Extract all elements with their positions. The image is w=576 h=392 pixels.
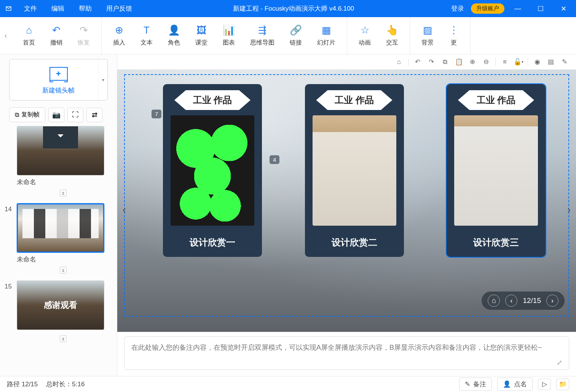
- slide-thumbnail[interactable]: [17, 126, 104, 175]
- snapshot-icon: ◉: [535, 58, 540, 66]
- tool-interact[interactable]: 👆交互: [378, 24, 406, 47]
- tool-label: 思维导图: [250, 39, 274, 47]
- tool-label: 首页: [23, 39, 35, 47]
- home-view-button[interactable]: ⌂: [393, 57, 405, 67]
- design-card-1[interactable]: 工业 作品 设计欣赏一: [163, 84, 262, 257]
- zoom-out-button[interactable]: ⊖: [480, 57, 492, 67]
- canvas-area: ⌂ ↶ ↷ ⧉ 📋 ⊕ ⊖ ≡ 🔓▾ ◉ ▤ ✎ 7 4 工业 作品 设计欣赏一…: [117, 54, 576, 376]
- hourglass-icon[interactable]: ⧗: [60, 190, 67, 196]
- tool-chart[interactable]: 📊图表: [215, 24, 243, 47]
- lock-button[interactable]: 🔓▾: [512, 57, 525, 67]
- new-frame-button[interactable]: + 新建镜头帧 ▾: [9, 59, 108, 100]
- tool-bg[interactable]: ▨背景: [414, 24, 441, 47]
- notes-icon: ✎: [465, 380, 470, 388]
- menu-feedback[interactable]: 用户反馈: [99, 4, 139, 13]
- tool-more[interactable]: ⋮更: [441, 24, 466, 47]
- slides-list[interactable]: 未命名 ⧗ 14 未命名 ⧗ 15 感谢观看 ⧗: [0, 126, 117, 376]
- align-button[interactable]: ≡: [499, 57, 511, 67]
- layers-icon: ▤: [548, 58, 554, 66]
- frame-badge-7[interactable]: 7: [152, 110, 161, 118]
- canvas-viewport[interactable]: 7 4 工业 作品 设计欣赏一工业 作品 设计欣赏二工业 作品 设计欣赏三 ‹ …: [117, 70, 576, 332]
- zoom-in-button[interactable]: ⊕: [466, 57, 479, 67]
- tool-role[interactable]: 👤角色: [160, 24, 188, 47]
- tool-text[interactable]: T文本: [133, 24, 160, 47]
- slide-thumbnail[interactable]: [17, 203, 104, 253]
- folder-button[interactable]: 📁: [556, 379, 569, 390]
- status-duration: 总时长：5:16: [46, 380, 85, 389]
- rollcall-label: 点名: [514, 380, 527, 389]
- link-icon: 🔗: [290, 24, 302, 36]
- tool-plus-circle[interactable]: ⊕插入: [105, 24, 133, 47]
- layers-button[interactable]: ▤: [545, 57, 557, 67]
- slide-thumbnail[interactable]: 感谢观看: [17, 280, 104, 330]
- menu-help[interactable]: 帮助: [72, 4, 99, 13]
- login-link[interactable]: 登录: [448, 4, 467, 13]
- card-title: 工业 作品: [458, 90, 534, 110]
- tool-redo: ↷恢复: [70, 24, 97, 47]
- tool-slide[interactable]: ▦幻灯片: [310, 24, 343, 47]
- menu-bar: 文件 编辑 帮助 用户反馈: [17, 4, 139, 13]
- rollcall-button[interactable]: 👤 点名: [497, 378, 533, 391]
- close-button[interactable]: ✕: [554, 0, 573, 17]
- tool-class[interactable]: 🖼课堂: [188, 24, 215, 47]
- nav-prev-button[interactable]: ‹: [505, 295, 517, 307]
- notes-area: ⤢: [117, 332, 576, 376]
- scan-button[interactable]: ⛶: [67, 108, 83, 122]
- tool-anim[interactable]: ☆动画: [351, 24, 378, 47]
- edit-button[interactable]: ✎: [558, 57, 571, 67]
- card-caption: 设计欣赏二: [305, 231, 404, 257]
- nav-counter: 12/15: [523, 296, 541, 305]
- titlebar: 文件 编辑 帮助 用户反馈 新建工程 - Focusky动画演示大师 v4.6.…: [0, 0, 576, 17]
- slide-name: 未命名: [17, 253, 109, 265]
- rotate-right-icon: ↷: [429, 58, 434, 66]
- card-image: [313, 115, 396, 226]
- tool-label: 插入: [113, 39, 125, 47]
- home-icon: ⌂: [492, 296, 496, 305]
- statusbar: 路径 12/15 总时长：5:16 ✎ 备注 👤 点名 ▷ 📁: [0, 376, 576, 392]
- align-icon: ≡: [503, 58, 507, 66]
- nav-next-button[interactable]: ›: [546, 295, 558, 307]
- tool-label: 幻灯片: [317, 39, 335, 47]
- copy-button[interactable]: ⧉: [439, 57, 451, 67]
- card-caption: 设计欣赏三: [447, 231, 546, 257]
- paste-button[interactable]: 📋: [453, 57, 465, 67]
- snapshot-button[interactable]: ◉: [531, 57, 543, 67]
- copy-frame-button[interactable]: ⧉ 复制帧: [9, 107, 45, 122]
- play-button[interactable]: ▷: [538, 379, 551, 390]
- window-title: 新建工程 - Focusky动画演示大师 v4.6.100: [139, 4, 448, 13]
- canvas-next-arrow[interactable]: ›: [564, 201, 574, 219]
- paste-icon: 📋: [455, 58, 463, 66]
- card-title: 工业 作品: [316, 90, 393, 110]
- design-card-3[interactable]: 工业 作品 设计欣赏三: [447, 84, 546, 257]
- hourglass-icon[interactable]: ⧗: [60, 267, 67, 274]
- nav-home-button[interactable]: ⌂: [488, 295, 500, 307]
- hourglass-icon[interactable]: ⧗: [60, 335, 67, 342]
- tool-undo[interactable]: ↶撤销: [43, 24, 70, 47]
- canvas-nav-bar: ⌂ ‹ 12/15 ›: [482, 292, 565, 310]
- tool-home[interactable]: ⌂首页: [15, 24, 43, 47]
- camera-button[interactable]: 📷: [48, 108, 64, 122]
- new-frame-dropdown[interactable]: ▾: [98, 59, 107, 100]
- toolbar-scroll-left[interactable]: ‹: [0, 31, 11, 40]
- notes-expand-button[interactable]: ⤢: [557, 359, 562, 367]
- minimize-button[interactable]: —: [508, 0, 527, 17]
- menu-file[interactable]: 文件: [17, 4, 44, 13]
- tool-label: 更: [451, 39, 457, 47]
- notes-input[interactable]: [124, 336, 569, 370]
- rotate-right-button[interactable]: ↷: [425, 57, 437, 67]
- tool-label: 文本: [140, 39, 153, 47]
- home-icon: ⌂: [26, 24, 32, 36]
- upgrade-button[interactable]: 升级账户: [471, 3, 504, 14]
- notes-toggle-button[interactable]: ✎ 备注: [459, 378, 492, 391]
- plus-circle-icon: ⊕: [115, 24, 123, 36]
- canvas-prev-arrow[interactable]: ‹: [120, 201, 129, 219]
- tool-mindmap[interactable]: ⇶思维导图: [243, 24, 282, 47]
- tool-link[interactable]: 🔗链接: [282, 24, 310, 47]
- rotate-left-button[interactable]: ↶: [412, 57, 424, 67]
- swap-button[interactable]: ⇄: [86, 108, 102, 122]
- play-icon: ▷: [542, 380, 547, 388]
- menu-edit[interactable]: 编辑: [45, 4, 71, 13]
- redo-icon: ↷: [80, 24, 88, 36]
- maximize-button[interactable]: ☐: [531, 0, 550, 17]
- design-card-2[interactable]: 工业 作品 设计欣赏二: [305, 84, 404, 257]
